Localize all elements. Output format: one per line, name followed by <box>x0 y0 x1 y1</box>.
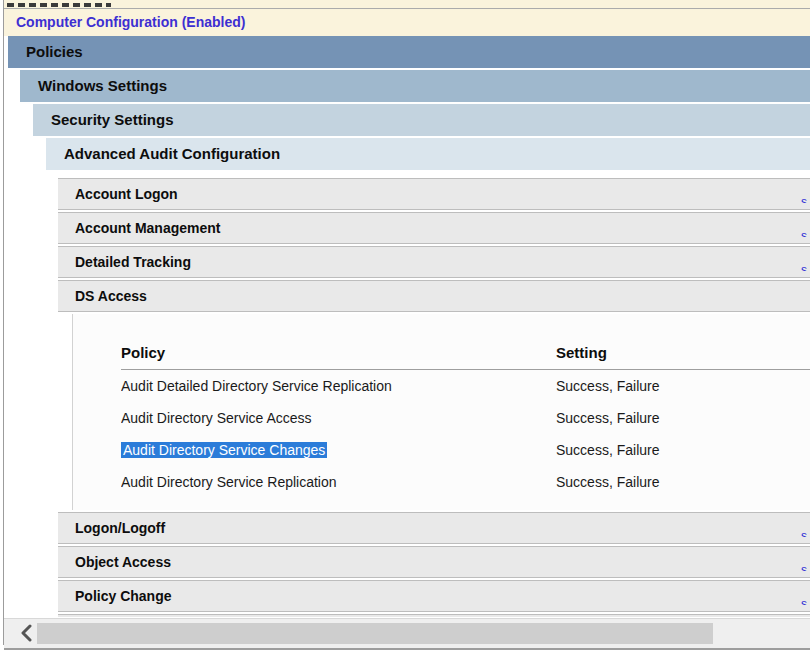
policy-setting: Success, Failure <box>556 466 810 498</box>
category-label: Policy Change <box>75 588 171 604</box>
computer-configuration-header[interactable]: Computer Configuration (Enabled) <box>4 9 810 36</box>
show-link-clip: show <box>801 186 807 203</box>
scroll-left-arrow-icon[interactable] <box>18 624 36 642</box>
category-policy-change[interactable]: Policy Change show <box>58 580 810 612</box>
column-header-setting: Setting <box>556 344 810 361</box>
section-policies[interactable]: Policies <box>8 36 810 68</box>
section-policies-label: Policies <box>26 43 83 60</box>
policy-setting: Success, Failure <box>556 434 810 466</box>
ds-access-table: Policy Setting Audit Detailed Directory … <box>72 314 810 510</box>
column-header-policy: Policy <box>121 344 556 361</box>
table-row: Audit Directory Service Replication Succ… <box>121 466 810 498</box>
category-ds-access[interactable]: DS Access <box>58 280 810 312</box>
clipped-text-fragment <box>7 3 111 7</box>
policy-setting: Success, Failure <box>556 370 810 402</box>
show-link[interactable]: show <box>801 263 807 271</box>
section-windows-settings-label: Windows Settings <box>38 77 167 94</box>
window-bottom-edge <box>4 648 810 650</box>
scrollbar-thumb[interactable] <box>37 623 713 644</box>
category-account-management[interactable]: Account Management show <box>58 212 810 244</box>
category-account-logon[interactable]: Account Logon show <box>58 178 810 210</box>
show-link-clip: show <box>801 588 807 605</box>
policy-setting: Success, Failure <box>556 402 810 434</box>
table-row: Audit Directory Service Access Success, … <box>121 402 810 434</box>
section-security-settings[interactable]: Security Settings <box>33 104 810 136</box>
section-advanced-audit-configuration[interactable]: Advanced Audit Configuration <box>46 138 810 170</box>
section-advanced-audit-label: Advanced Audit Configuration <box>64 145 280 162</box>
report-content: Computer Configuration (Enabled) Policie… <box>0 0 810 650</box>
category-label: Object Access <box>75 554 171 570</box>
category-detailed-tracking[interactable]: Detailed Tracking show <box>58 246 810 278</box>
horizontal-scrollbar[interactable] <box>4 618 810 648</box>
show-link[interactable]: show <box>801 229 807 237</box>
table-row-selected: Audit Directory Service Changes Success,… <box>121 434 810 466</box>
show-link-clip: show <box>801 220 807 237</box>
show-link-clip: show <box>801 520 807 537</box>
show-link[interactable]: show <box>801 195 807 203</box>
show-link-clip: show <box>801 554 807 571</box>
show-link-clip: show <box>801 254 807 271</box>
computer-configuration-title: Computer Configuration (Enabled) <box>16 14 245 30</box>
table-row: Audit Detailed Directory Service Replica… <box>121 370 810 402</box>
category-label: Logon/Logoff <box>75 520 165 536</box>
show-link[interactable]: show <box>801 597 807 605</box>
show-link[interactable]: show <box>801 563 807 571</box>
category-object-access[interactable]: Object Access show <box>58 546 810 578</box>
gpo-report-page: Computer Configuration (Enabled) Policie… <box>0 0 810 655</box>
clipped-top-row <box>4 0 810 9</box>
policy-name-selected[interactable]: Audit Directory Service Changes <box>121 442 327 458</box>
category-label: Account Management <box>75 220 220 236</box>
category-label: DS Access <box>75 288 147 304</box>
category-logon-logoff[interactable]: Logon/Logoff show <box>58 512 810 544</box>
table-header-row: Policy Setting <box>121 344 810 370</box>
category-label: Account Logon <box>75 186 178 202</box>
clipped-next-category-row <box>58 614 810 617</box>
policy-name[interactable]: Audit Directory Service Replication <box>121 466 556 498</box>
category-label: Detailed Tracking <box>75 254 191 270</box>
show-link[interactable]: show <box>801 529 807 537</box>
policy-name[interactable]: Audit Directory Service Access <box>121 402 556 434</box>
section-windows-settings[interactable]: Windows Settings <box>20 70 810 102</box>
section-security-settings-label: Security Settings <box>51 111 174 128</box>
policy-name[interactable]: Audit Detailed Directory Service Replica… <box>121 370 556 402</box>
